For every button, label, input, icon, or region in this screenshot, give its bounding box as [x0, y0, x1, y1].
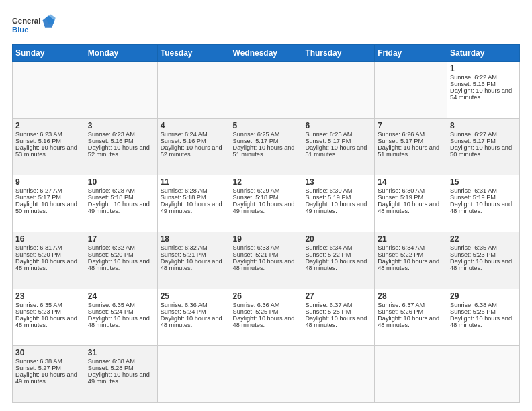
sunset-text: Sunset: 5:24 PM: [161, 308, 206, 315]
day-number: 7: [378, 121, 444, 130]
day-number: 16: [15, 234, 82, 244]
sunset-text: Sunset: 5:23 PM: [450, 251, 496, 258]
sunrise-text: Sunrise: 6:32 AM: [88, 244, 135, 251]
day-cell: 24Sunrise: 6:35 AMSunset: 5:24 PMDayligh…: [85, 289, 157, 346]
sunrise-text: Sunrise: 6:34 AM: [305, 244, 352, 251]
sunrise-text: Sunrise: 6:35 AM: [450, 244, 497, 251]
daylight-text: Daylight: 10 hours and 50 minutes.: [15, 201, 77, 214]
daylight-text: Daylight: 10 hours and 48 minutes.: [305, 258, 367, 271]
daylight-text: Daylight: 10 hours and 49 minutes.: [15, 371, 77, 385]
sunset-text: Sunset: 5:20 PM: [88, 251, 134, 258]
day-cell: 16Sunrise: 6:31 AMSunset: 5:20 PMDayligh…: [13, 232, 85, 289]
day-cell: 3Sunrise: 6:23 AMSunset: 5:16 PMDaylight…: [85, 118, 157, 175]
sunset-text: Sunset: 5:18 PM: [233, 194, 279, 201]
sunrise-text: Sunrise: 6:36 AM: [233, 302, 280, 308]
col-header-saturday: Saturday: [447, 45, 520, 62]
sunrise-text: Sunrise: 6:28 AM: [88, 187, 135, 194]
week-row-5: 23Sunrise: 6:35 AMSunset: 5:23 PMDayligh…: [13, 289, 520, 346]
sunset-text: Sunset: 5:25 PM: [233, 308, 279, 315]
sunset-text: Sunset: 5:22 PM: [305, 251, 351, 258]
daylight-text: Daylight: 10 hours and 48 minutes.: [88, 258, 150, 271]
sunset-text: Sunset: 5:16 PM: [450, 81, 496, 87]
day-cell: 27Sunrise: 6:37 AMSunset: 5:25 PMDayligh…: [302, 289, 375, 346]
daylight-text: Daylight: 10 hours and 48 minutes.: [450, 201, 512, 214]
day-cell: [302, 346, 375, 403]
day-cell: 2Sunrise: 6:23 AMSunset: 5:16 PMDaylight…: [13, 118, 85, 175]
sunset-text: Sunset: 5:17 PM: [450, 138, 496, 144]
daylight-text: Daylight: 10 hours and 49 minutes.: [88, 371, 150, 385]
svg-text:Blue: Blue: [12, 26, 29, 34]
day-cell: 11Sunrise: 6:28 AMSunset: 5:18 PMDayligh…: [157, 175, 230, 232]
day-number: 17: [88, 234, 154, 244]
daylight-text: Daylight: 10 hours and 49 minutes.: [305, 201, 367, 214]
daylight-text: Daylight: 10 hours and 52 minutes.: [88, 144, 150, 158]
day-number: 31: [88, 348, 154, 357]
sunrise-text: Sunrise: 6:25 AM: [233, 131, 280, 138]
calendar-table: SundayMondayTuesdayWednesdayThursdayFrid…: [12, 44, 520, 403]
day-number: 4: [161, 121, 227, 130]
day-number: 25: [161, 291, 227, 301]
sunset-text: Sunset: 5:24 PM: [88, 308, 134, 315]
daylight-text: Daylight: 10 hours and 48 minutes.: [305, 315, 367, 328]
day-number: 21: [378, 234, 444, 244]
day-number: 23: [15, 291, 82, 301]
day-cell: [157, 346, 230, 403]
day-number: 1: [450, 64, 517, 73]
sunset-text: Sunset: 5:19 PM: [450, 194, 496, 201]
sunrise-text: Sunrise: 6:38 AM: [15, 358, 62, 365]
sunset-text: Sunset: 5:19 PM: [378, 194, 423, 201]
day-number: 20: [305, 234, 371, 244]
day-cell: 25Sunrise: 6:36 AMSunset: 5:24 PMDayligh…: [157, 289, 230, 346]
day-number: 18: [161, 234, 227, 244]
day-cell: 7Sunrise: 6:26 AMSunset: 5:17 PMDaylight…: [375, 118, 447, 175]
day-number: 2: [15, 121, 82, 130]
sunrise-text: Sunrise: 6:23 AM: [15, 131, 62, 138]
daylight-text: Daylight: 10 hours and 50 minutes.: [450, 144, 512, 158]
col-header-monday: Monday: [85, 45, 157, 62]
logo: General Blue: [12, 12, 59, 39]
sunset-text: Sunset: 5:23 PM: [15, 308, 61, 315]
day-number: 14: [378, 177, 444, 187]
day-number: 6: [305, 121, 371, 130]
col-header-wednesday: Wednesday: [230, 45, 302, 62]
daylight-text: Daylight: 10 hours and 48 minutes.: [233, 315, 295, 328]
day-cell: 21Sunrise: 6:34 AMSunset: 5:22 PMDayligh…: [375, 232, 447, 289]
sunrise-text: Sunrise: 6:36 AM: [161, 302, 208, 308]
col-header-thursday: Thursday: [302, 45, 375, 62]
sunrise-text: Sunrise: 6:29 AM: [233, 187, 280, 194]
daylight-text: Daylight: 10 hours and 48 minutes.: [378, 258, 439, 271]
day-cell: 9Sunrise: 6:27 AMSunset: 5:17 PMDaylight…: [13, 175, 85, 232]
header: General Blue: [12, 12, 520, 39]
daylight-text: Daylight: 10 hours and 48 minutes.: [450, 258, 512, 271]
day-cell: 13Sunrise: 6:30 AMSunset: 5:19 PMDayligh…: [302, 175, 375, 232]
daylight-text: Daylight: 10 hours and 49 minutes.: [161, 201, 222, 214]
day-number: 8: [450, 121, 517, 130]
sunrise-text: Sunrise: 6:38 AM: [450, 302, 497, 308]
daylight-text: Daylight: 10 hours and 48 minutes.: [88, 315, 150, 328]
day-cell: 10Sunrise: 6:28 AMSunset: 5:18 PMDayligh…: [85, 175, 157, 232]
day-number: 29: [450, 291, 517, 301]
day-number: 15: [450, 177, 517, 187]
sunset-text: Sunset: 5:17 PM: [378, 138, 423, 144]
daylight-text: Daylight: 10 hours and 48 minutes.: [450, 315, 512, 328]
sunrise-text: Sunrise: 6:34 AM: [378, 244, 425, 251]
week-row-1: 1Sunrise: 6:22 AMSunset: 5:16 PMDaylight…: [13, 62, 520, 119]
day-number: 28: [378, 291, 444, 301]
sunrise-text: Sunrise: 6:27 AM: [15, 187, 62, 194]
sunset-text: Sunset: 5:25 PM: [305, 308, 351, 315]
sunrise-text: Sunrise: 6:22 AM: [450, 74, 497, 81]
sunset-text: Sunset: 5:19 PM: [305, 194, 351, 201]
day-cell: [375, 346, 447, 403]
col-header-sunday: Sunday: [13, 45, 85, 62]
sunrise-text: Sunrise: 6:30 AM: [305, 187, 352, 194]
day-cell: 15Sunrise: 6:31 AMSunset: 5:19 PMDayligh…: [447, 175, 520, 232]
day-number: 26: [233, 291, 300, 301]
sunrise-text: Sunrise: 6:23 AM: [88, 131, 135, 138]
day-cell: 31Sunrise: 6:38 AMSunset: 5:28 PMDayligh…: [85, 346, 157, 403]
week-row-2: 2Sunrise: 6:23 AMSunset: 5:16 PMDaylight…: [13, 118, 520, 175]
daylight-text: Daylight: 10 hours and 51 minutes.: [378, 144, 439, 158]
day-cell: 1Sunrise: 6:22 AMSunset: 5:16 PMDaylight…: [447, 62, 520, 119]
daylight-text: Daylight: 10 hours and 53 minutes.: [15, 144, 77, 158]
day-cell: 14Sunrise: 6:30 AMSunset: 5:19 PMDayligh…: [375, 175, 447, 232]
week-row-4: 16Sunrise: 6:31 AMSunset: 5:20 PMDayligh…: [13, 232, 520, 289]
